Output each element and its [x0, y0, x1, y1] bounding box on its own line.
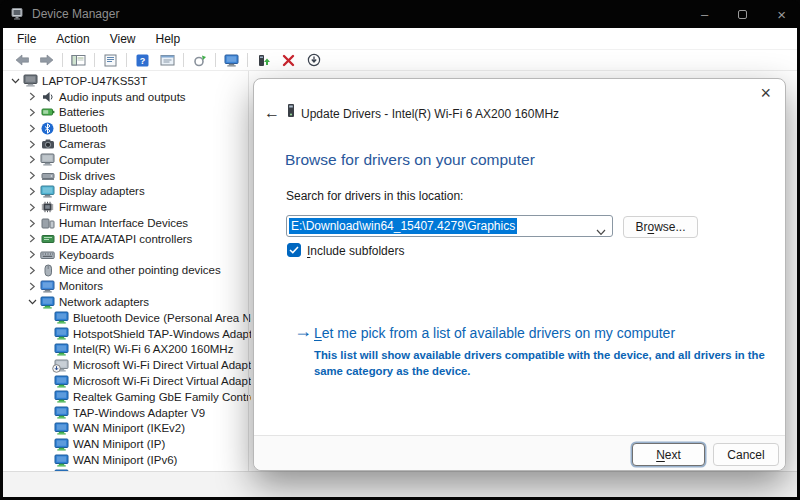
network-icon: [39, 296, 56, 309]
tree-item-label: Monitors: [59, 280, 103, 292]
tree-item[interactable]: Disk drives: [3, 168, 251, 184]
browse-button[interactable]: Browse...: [623, 216, 698, 238]
disk-icon: [39, 170, 56, 182]
tree-item-label: Intel(R) Wi-Fi 6 AX200 160MHz: [73, 343, 233, 355]
tree-item[interactable]: Firmware: [3, 199, 251, 215]
update-driver-icon[interactable]: [251, 51, 276, 70]
chevron-right-icon[interactable]: [25, 266, 39, 275]
chevron-right-icon[interactable]: [25, 171, 39, 180]
tree-item-label: HotspotShield TAP-Windows Adapter: [73, 328, 251, 340]
tree-item[interactable]: WAN Miniport (IP): [3, 436, 251, 452]
tree-item-label: Microsoft Wi-Fi Direct Virtual Adapter: [73, 375, 251, 387]
statusbar: [3, 471, 797, 497]
pane-divider: [248, 71, 249, 471]
chevron-right-icon[interactable]: [25, 140, 39, 149]
menu-file[interactable]: File: [7, 29, 46, 49]
toolbar-separator: [215, 53, 216, 67]
camera-icon: [39, 138, 56, 150]
cancel-button[interactable]: Cancel: [713, 443, 779, 466]
tree-item-label: Computer: [59, 154, 110, 166]
disable-device-icon[interactable]: [301, 51, 326, 70]
tree-item-label: Bluetooth Device (Personal Area Network): [73, 312, 251, 324]
chevron-right-icon[interactable]: [25, 124, 39, 133]
tree-item-label: Firmware: [59, 201, 107, 213]
back-icon[interactable]: [9, 51, 34, 70]
tree-item[interactable]: Cameras: [3, 136, 251, 152]
tree-item[interactable]: HotspotShield TAP-Windows Adapter: [3, 326, 251, 342]
chevron-right-icon[interactable]: [25, 108, 39, 117]
toolbar-separator: [94, 53, 95, 67]
maximize-icon[interactable]: [738, 10, 747, 19]
update-drivers-dialog: × ← Update Drivers - Intel(R) Wi-Fi 6 AX…: [253, 78, 786, 471]
chevron-right-icon[interactable]: [25, 203, 39, 212]
tree-item[interactable]: Human Interface Devices: [3, 215, 251, 231]
next-button[interactable]: Next: [632, 443, 705, 466]
tree-item-label: Bluetooth: [59, 122, 108, 134]
battery-icon: [39, 106, 56, 118]
netadapter-icon: [53, 343, 70, 356]
right-arrow-icon: →: [294, 321, 312, 342]
hid-icon: [39, 217, 56, 229]
tree-item[interactable]: Display adapters: [3, 184, 251, 200]
tree-item[interactable]: Bluetooth: [3, 120, 251, 136]
tree-item[interactable]: Batteries: [3, 105, 251, 121]
computer-mgmt-icon[interactable]: [219, 51, 244, 70]
scan-hardware-icon[interactable]: [187, 51, 212, 70]
export-list-icon[interactable]: [155, 51, 180, 70]
close-icon[interactable]: ×: [777, 7, 786, 22]
dialog-title: Update Drivers - Intel(R) Wi-Fi 6 AX200 …: [301, 107, 559, 121]
chevron-right-icon[interactable]: [25, 155, 39, 164]
netadapter-icon: [53, 311, 70, 324]
tree-item-label: Microsoft Wi-Fi Direct Virtual Adapter: [73, 359, 251, 371]
tree-item-label: WAN Miniport (IKEv2): [73, 422, 185, 434]
mouse-icon: [39, 264, 56, 277]
menu-view[interactable]: View: [100, 29, 146, 49]
chevron-right-icon[interactable]: [25, 250, 39, 259]
tree-item-label: WAN Miniport (IPv6): [73, 454, 177, 466]
tree-item[interactable]: Microsoft Wi-Fi Direct Virtual Adapter: [3, 357, 251, 373]
chevron-right-icon[interactable]: [25, 92, 39, 101]
chevron-right-icon[interactable]: [25, 234, 39, 243]
tree-item[interactable]: Keyboards: [3, 247, 251, 263]
tree-item[interactable]: IDE ATA/ATAPI controllers: [3, 231, 251, 247]
forward-icon[interactable]: [34, 51, 59, 70]
menu-action[interactable]: Action: [46, 29, 99, 49]
tree-item[interactable]: Microsoft Wi-Fi Direct Virtual Adapter: [3, 373, 251, 389]
driver-path-combobox[interactable]: E:\Download\win64_15407.4279\Graphics: [286, 215, 613, 237]
chevron-down-icon[interactable]: [25, 298, 39, 306]
tree-item[interactable]: Monitors: [3, 278, 251, 294]
tree-item[interactable]: Audio inputs and outputs: [3, 89, 251, 105]
tree-item[interactable]: Computer: [3, 152, 251, 168]
menu-help[interactable]: Help: [146, 29, 191, 49]
dialog-close-icon[interactable]: ×: [760, 83, 771, 104]
tree-item[interactable]: TAP-Windows Adapter V9: [3, 405, 251, 421]
chevron-down-icon[interactable]: [596, 222, 606, 237]
include-subfolders-label[interactable]: Include subfolders: [307, 244, 404, 258]
toolbar-separator: [126, 53, 127, 67]
dialog-back-icon[interactable]: ←: [264, 104, 280, 122]
chevron-down-icon[interactable]: [8, 77, 22, 85]
let-me-pick-link[interactable]: Let me pick from a list of available dri…: [314, 325, 675, 341]
tree-item[interactable]: Bluetooth Device (Personal Area Network): [3, 310, 251, 326]
tree-item[interactable]: Mice and other pointing devices: [3, 263, 251, 279]
tree-item[interactable]: Network adapters: [3, 294, 251, 310]
tree-item[interactable]: Realtek Gaming GbE Family Controller: [3, 389, 251, 405]
uninstall-device-icon[interactable]: [276, 51, 301, 70]
netadapter-icon: [53, 422, 70, 435]
properties-icon[interactable]: [98, 51, 123, 70]
tree-item[interactable]: Intel(R) Wi-Fi 6 AX200 160MHz: [3, 342, 251, 358]
minimize-icon[interactable]: –: [701, 8, 708, 21]
keyboard-icon: [39, 249, 56, 261]
tree-item[interactable]: LAPTOP-U47KS53T: [3, 73, 251, 89]
tree-item[interactable]: WAN Miniport (IKEv2): [3, 421, 251, 437]
console-tree-icon[interactable]: [66, 51, 91, 70]
menubar: File Action View Help: [3, 28, 797, 50]
chevron-right-icon[interactable]: [25, 187, 39, 196]
include-subfolders-checkbox[interactable]: [287, 243, 301, 257]
help-icon[interactable]: ?: [130, 51, 155, 70]
chevron-right-icon[interactable]: [25, 282, 39, 291]
driver-path-value: E:\Download\win64_15407.4279\Graphics: [289, 218, 517, 234]
tree-item[interactable]: WAN Miniport (IPv6): [3, 452, 251, 468]
chevron-right-icon[interactable]: [25, 219, 39, 228]
tree-item-label: Disk drives: [59, 170, 115, 182]
